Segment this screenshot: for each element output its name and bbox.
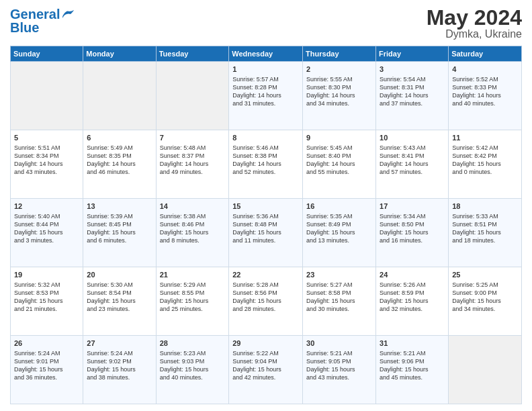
calendar-cell: 22Sunrise: 5:28 AM Sunset: 8:56 PM Dayli… — [229, 267, 303, 336]
calendar-cell: 25Sunrise: 5:25 AM Sunset: 9:00 PM Dayli… — [449, 267, 522, 336]
day-number: 31 — [380, 338, 445, 349]
day-info: Sunrise: 5:32 AM Sunset: 8:53 PM Dayligh… — [14, 281, 63, 312]
day-number: 20 — [87, 270, 152, 280]
day-number: 10 — [380, 133, 445, 143]
weekday-header-friday: Friday — [376, 46, 449, 62]
day-info: Sunrise: 5:25 AM Sunset: 9:00 PM Dayligh… — [452, 281, 501, 312]
day-number: 11 — [452, 133, 518, 143]
calendar-cell: 15Sunrise: 5:36 AM Sunset: 8:48 PM Dayli… — [229, 199, 303, 267]
calendar-cell: 28Sunrise: 5:23 AM Sunset: 9:03 PM Dayli… — [156, 336, 229, 404]
day-number: 27 — [87, 338, 152, 349]
calendar-cell: 3Sunrise: 5:54 AM Sunset: 8:31 PM Daylig… — [376, 62, 449, 130]
calendar-week-row: 19Sunrise: 5:32 AM Sunset: 8:53 PM Dayli… — [11, 267, 522, 336]
calendar-cell: 14Sunrise: 5:38 AM Sunset: 8:46 PM Dayli… — [156, 199, 229, 267]
weekday-header-tuesday: Tuesday — [156, 46, 229, 62]
day-number: 18 — [452, 201, 518, 212]
weekday-header-thursday: Thursday — [303, 46, 376, 62]
calendar-cell: 23Sunrise: 5:27 AM Sunset: 8:58 PM Dayli… — [303, 267, 376, 336]
calendar-week-row: 26Sunrise: 5:24 AM Sunset: 9:01 PM Dayli… — [11, 336, 522, 404]
title-block: May 2024 Dymka, Ukraine — [427, 7, 522, 40]
calendar-cell — [449, 336, 522, 404]
calendar-cell: 29Sunrise: 5:22 AM Sunset: 9:04 PM Dayli… — [229, 336, 303, 404]
day-info: Sunrise: 5:45 AM Sunset: 8:40 PM Dayligh… — [306, 144, 355, 175]
weekday-header-wednesday: Wednesday — [229, 46, 303, 62]
calendar-cell: 9Sunrise: 5:45 AM Sunset: 8:40 PM Daylig… — [303, 130, 376, 199]
day-info: Sunrise: 5:42 AM Sunset: 8:42 PM Dayligh… — [452, 144, 501, 175]
calendar-cell — [11, 62, 83, 130]
day-info: Sunrise: 5:39 AM Sunset: 8:45 PM Dayligh… — [87, 213, 136, 244]
calendar-cell: 6Sunrise: 5:49 AM Sunset: 8:35 PM Daylig… — [83, 130, 156, 199]
weekday-header-saturday: Saturday — [449, 46, 522, 62]
weekday-header-sunday: Sunday — [11, 46, 83, 62]
calendar-cell: 16Sunrise: 5:35 AM Sunset: 8:49 PM Dayli… — [303, 199, 376, 267]
calendar-cell: 5Sunrise: 5:51 AM Sunset: 8:34 PM Daylig… — [11, 130, 83, 199]
calendar-header-row: SundayMondayTuesdayWednesdayThursdayFrid… — [11, 46, 522, 62]
day-info: Sunrise: 5:36 AM Sunset: 8:48 PM Dayligh… — [232, 213, 281, 244]
logo-blue: Blue — [10, 20, 75, 35]
day-info: Sunrise: 5:27 AM Sunset: 8:58 PM Dayligh… — [306, 281, 355, 312]
calendar-week-row: 1Sunrise: 5:57 AM Sunset: 8:28 PM Daylig… — [11, 62, 522, 130]
calendar-cell: 10Sunrise: 5:43 AM Sunset: 8:41 PM Dayli… — [376, 130, 449, 199]
calendar-cell: 30Sunrise: 5:21 AM Sunset: 9:05 PM Dayli… — [303, 336, 376, 404]
day-number: 22 — [232, 270, 299, 280]
day-number: 7 — [160, 133, 226, 143]
day-number: 1 — [232, 64, 299, 75]
page-header: General Blue May 2024 Dymka, Ukraine — [10, 7, 522, 40]
day-info: Sunrise: 5:43 AM Sunset: 8:41 PM Dayligh… — [380, 144, 429, 175]
day-info: Sunrise: 5:21 AM Sunset: 9:05 PM Dayligh… — [306, 350, 355, 381]
calendar-cell: 18Sunrise: 5:33 AM Sunset: 8:51 PM Dayli… — [449, 199, 522, 267]
day-info: Sunrise: 5:46 AM Sunset: 8:38 PM Dayligh… — [232, 144, 281, 175]
day-number: 29 — [232, 338, 299, 349]
calendar-cell: 13Sunrise: 5:39 AM Sunset: 8:45 PM Dayli… — [83, 199, 156, 267]
day-number: 26 — [14, 338, 79, 349]
day-info: Sunrise: 5:33 AM Sunset: 8:51 PM Dayligh… — [452, 213, 501, 244]
day-number: 3 — [380, 64, 445, 75]
calendar-cell: 31Sunrise: 5:21 AM Sunset: 9:06 PM Dayli… — [376, 336, 449, 404]
calendar-cell: 27Sunrise: 5:24 AM Sunset: 9:02 PM Dayli… — [83, 336, 156, 404]
day-number: 16 — [306, 201, 372, 212]
weekday-header-monday: Monday — [83, 46, 156, 62]
day-number: 9 — [306, 133, 372, 143]
day-info: Sunrise: 5:23 AM Sunset: 9:03 PM Dayligh… — [160, 350, 209, 381]
day-number: 14 — [160, 201, 226, 212]
day-info: Sunrise: 5:51 AM Sunset: 8:34 PM Dayligh… — [14, 144, 63, 175]
day-number: 6 — [87, 133, 152, 143]
day-info: Sunrise: 5:24 AM Sunset: 9:01 PM Dayligh… — [14, 350, 63, 381]
day-number: 23 — [306, 270, 372, 280]
calendar-cell: 12Sunrise: 5:40 AM Sunset: 8:44 PM Dayli… — [11, 199, 83, 267]
day-info: Sunrise: 5:29 AM Sunset: 8:55 PM Dayligh… — [160, 281, 209, 312]
day-number: 17 — [380, 201, 445, 212]
day-number: 28 — [160, 338, 226, 349]
day-number: 24 — [380, 270, 445, 280]
logo: General Blue — [10, 7, 75, 35]
day-info: Sunrise: 5:52 AM Sunset: 8:33 PM Dayligh… — [452, 76, 501, 107]
calendar-cell: 8Sunrise: 5:46 AM Sunset: 8:38 PM Daylig… — [229, 130, 303, 199]
calendar-week-row: 5Sunrise: 5:51 AM Sunset: 8:34 PM Daylig… — [11, 130, 522, 199]
calendar-cell: 11Sunrise: 5:42 AM Sunset: 8:42 PM Dayli… — [449, 130, 522, 199]
calendar-cell — [156, 62, 229, 130]
calendar-cell: 19Sunrise: 5:32 AM Sunset: 8:53 PM Dayli… — [11, 267, 83, 336]
day-info: Sunrise: 5:28 AM Sunset: 8:56 PM Dayligh… — [232, 281, 281, 312]
calendar-table: SundayMondayTuesdayWednesdayThursdayFrid… — [10, 46, 522, 404]
day-info: Sunrise: 5:22 AM Sunset: 9:04 PM Dayligh… — [232, 350, 281, 381]
day-info: Sunrise: 5:55 AM Sunset: 8:30 PM Dayligh… — [306, 76, 355, 107]
day-info: Sunrise: 5:57 AM Sunset: 8:28 PM Dayligh… — [232, 76, 281, 107]
day-number: 12 — [14, 201, 79, 212]
day-number: 15 — [232, 201, 299, 212]
calendar-cell: 7Sunrise: 5:48 AM Sunset: 8:37 PM Daylig… — [156, 130, 229, 199]
day-number: 5 — [14, 133, 79, 143]
day-number: 4 — [452, 64, 518, 75]
day-number: 19 — [14, 270, 79, 280]
location: Dymka, Ukraine — [427, 28, 522, 40]
day-info: Sunrise: 5:21 AM Sunset: 9:06 PM Dayligh… — [380, 350, 429, 381]
day-info: Sunrise: 5:49 AM Sunset: 8:35 PM Dayligh… — [87, 144, 136, 175]
calendar-cell: 24Sunrise: 5:26 AM Sunset: 8:59 PM Dayli… — [376, 267, 449, 336]
day-number: 8 — [232, 133, 299, 143]
day-number: 13 — [87, 201, 152, 212]
day-info: Sunrise: 5:54 AM Sunset: 8:31 PM Dayligh… — [380, 76, 429, 107]
calendar-cell: 2Sunrise: 5:55 AM Sunset: 8:30 PM Daylig… — [303, 62, 376, 130]
day-info: Sunrise: 5:30 AM Sunset: 8:54 PM Dayligh… — [87, 281, 136, 312]
calendar-cell: 4Sunrise: 5:52 AM Sunset: 8:33 PM Daylig… — [449, 62, 522, 130]
day-info: Sunrise: 5:26 AM Sunset: 8:59 PM Dayligh… — [380, 281, 429, 312]
calendar-week-row: 12Sunrise: 5:40 AM Sunset: 8:44 PM Dayli… — [11, 199, 522, 267]
